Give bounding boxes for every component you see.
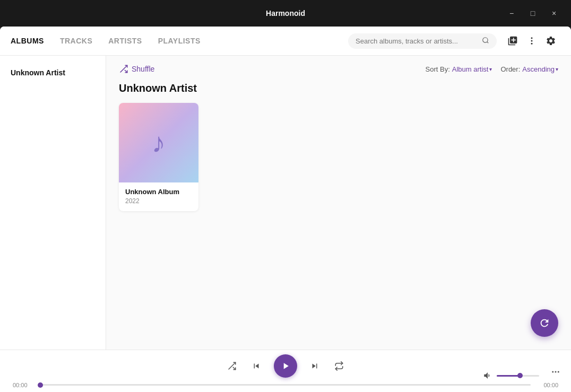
volume-fill bbox=[497, 375, 520, 377]
svg-line-1 bbox=[487, 41, 489, 43]
tab-albums[interactable]: ALBUMS bbox=[11, 34, 44, 47]
nav-tabs: ALBUMS TRACKS ARTISTS PLAYLISTS bbox=[11, 34, 201, 47]
repeat-button[interactable] bbox=[332, 359, 346, 373]
more-vertical-icon bbox=[527, 36, 537, 46]
minimize-button[interactable]: − bbox=[503, 5, 520, 22]
sort-by-button[interactable]: Album artist ▾ bbox=[452, 65, 492, 73]
settings-button[interactable] bbox=[541, 31, 560, 50]
volume-dot bbox=[517, 373, 523, 378]
shuffle-player-button[interactable] bbox=[225, 359, 239, 373]
repeat-icon bbox=[334, 361, 344, 371]
titlebar: Harmonoid − □ × bbox=[0, 0, 571, 27]
more-options-button[interactable] bbox=[522, 31, 541, 50]
search-input[interactable] bbox=[356, 37, 482, 45]
library-icon bbox=[507, 36, 518, 46]
shuffle-label: Shuffle bbox=[132, 65, 154, 73]
volume-track[interactable] bbox=[497, 375, 539, 377]
album-card[interactable]: ♪ Unknown Album 2022 bbox=[119, 103, 198, 211]
svg-point-10 bbox=[555, 371, 557, 373]
order-control: Order: Ascending ▾ bbox=[500, 65, 558, 73]
sort-by-label: Sort By: bbox=[426, 65, 450, 73]
close-button[interactable]: × bbox=[546, 5, 563, 22]
play-button[interactable] bbox=[274, 354, 297, 378]
next-button[interactable] bbox=[308, 359, 322, 373]
search-icon bbox=[482, 37, 489, 44]
progress-row: 00:00 00:00 bbox=[13, 382, 558, 388]
shuffle-icon bbox=[119, 64, 128, 74]
order-label: Order: bbox=[500, 65, 520, 73]
main-panel: Shuffle Sort By: Album artist ▾ Order: A… bbox=[106, 56, 571, 350]
sidebar: Unknown Artist bbox=[0, 56, 106, 350]
gear-icon bbox=[546, 36, 556, 46]
progress-track[interactable] bbox=[40, 384, 531, 386]
total-time: 00:00 bbox=[537, 382, 558, 388]
artist-title: Unknown Artist bbox=[119, 82, 558, 94]
refresh-icon bbox=[539, 317, 550, 329]
search-container bbox=[348, 33, 497, 49]
svg-point-3 bbox=[531, 40, 533, 42]
maximize-button[interactable]: □ bbox=[524, 5, 541, 22]
tab-tracks[interactable]: TRACKS bbox=[60, 34, 92, 47]
player-bar: 00:00 00:00 bbox=[0, 350, 571, 392]
shuffle-player-icon bbox=[227, 361, 237, 371]
svg-point-9 bbox=[552, 371, 553, 373]
tab-playlists[interactable]: PLAYLISTS bbox=[158, 34, 201, 47]
sort-by-value: Album artist bbox=[452, 65, 489, 73]
skip-back-icon bbox=[252, 361, 261, 371]
app-title: Harmonoid bbox=[266, 9, 305, 18]
search-icon-button[interactable] bbox=[482, 37, 489, 46]
player-more-button[interactable] bbox=[551, 367, 560, 379]
topnav: ALBUMS TRACKS ARTISTS PLAYLISTS bbox=[0, 27, 571, 56]
main-window: ALBUMS TRACKS ARTISTS PLAYLISTS bbox=[0, 27, 571, 392]
toolbar-row: Shuffle Sort By: Album artist ▾ Order: A… bbox=[119, 64, 558, 74]
sidebar-item-label: Unknown Artist bbox=[11, 68, 65, 77]
previous-button[interactable] bbox=[249, 359, 263, 373]
content-area: Unknown Artist Shuffle Sort By: bbox=[0, 56, 571, 350]
volume-button[interactable] bbox=[483, 371, 492, 380]
album-info: Unknown Album 2022 bbox=[119, 182, 198, 211]
volume-section bbox=[483, 371, 539, 380]
play-icon bbox=[280, 361, 291, 371]
sort-controls: Sort By: Album artist ▾ Order: Ascending… bbox=[426, 65, 558, 73]
album-grid: ♪ Unknown Album 2022 bbox=[119, 103, 558, 211]
album-year: 2022 bbox=[125, 197, 192, 205]
more-horizontal-icon bbox=[551, 367, 560, 377]
shuffle-button[interactable]: Shuffle bbox=[119, 64, 154, 74]
library-icon-button[interactable] bbox=[503, 31, 522, 50]
player-controls bbox=[13, 354, 558, 378]
svg-point-0 bbox=[483, 37, 488, 42]
tab-artists[interactable]: ARTISTS bbox=[108, 34, 142, 47]
sort-by-control: Sort By: Album artist ▾ bbox=[426, 65, 492, 73]
volume-icon bbox=[483, 371, 492, 380]
order-button[interactable]: Ascending ▾ bbox=[522, 65, 558, 73]
current-time: 00:00 bbox=[13, 382, 34, 388]
order-chevron-icon: ▾ bbox=[556, 66, 558, 72]
sort-by-chevron-icon: ▾ bbox=[489, 66, 492, 72]
progress-dot bbox=[38, 382, 43, 388]
album-name: Unknown Album bbox=[125, 188, 192, 196]
order-value: Ascending bbox=[522, 65, 555, 73]
music-note-icon: ♪ bbox=[152, 127, 166, 159]
svg-point-11 bbox=[558, 371, 559, 373]
window-controls: − □ × bbox=[503, 5, 563, 22]
skip-forward-icon bbox=[310, 361, 319, 371]
album-cover: ♪ bbox=[119, 103, 198, 182]
refresh-button[interactable] bbox=[531, 309, 558, 337]
sidebar-item-unknown-artist[interactable]: Unknown Artist bbox=[0, 64, 106, 81]
svg-point-4 bbox=[531, 43, 533, 45]
svg-point-2 bbox=[531, 37, 533, 39]
